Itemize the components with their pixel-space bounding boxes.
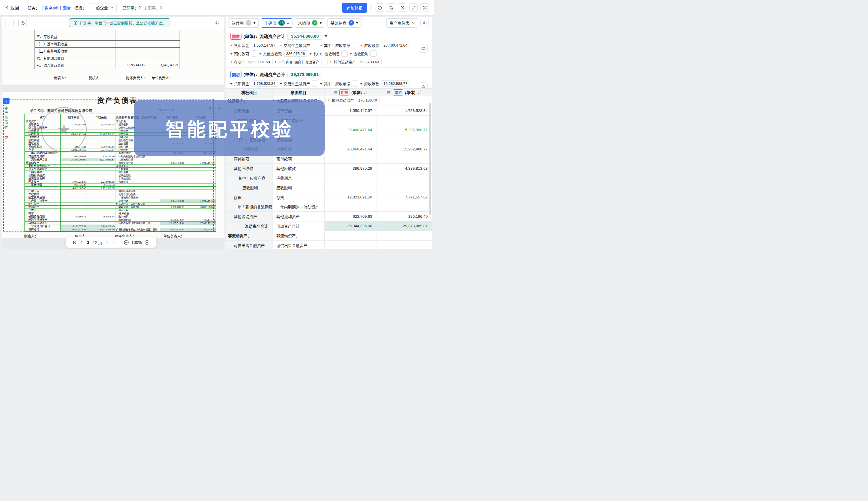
- end-value-cell[interactable]: [325, 173, 376, 183]
- begin-value-cell[interactable]: 29,373,069.81: [376, 222, 432, 231]
- term-value-box[interactable]: [370, 50, 377, 57]
- end-value-cell[interactable]: [325, 202, 376, 211]
- zoom-in-button[interactable]: [145, 240, 150, 245]
- table-row[interactable]: 流动资产合计流动资产合计35,344,396.0029,373,069.81: [226, 222, 432, 231]
- last-page-button[interactable]: [112, 240, 116, 244]
- template-select[interactable]: 一般企业: [88, 3, 117, 12]
- pan-hand-button[interactable]: [18, 19, 27, 27]
- table-row[interactable]: 应收账款应收账款20,460,471.6415,282,988.77: [226, 145, 432, 154]
- zoom-out-button[interactable]: [124, 240, 129, 245]
- end-value-cell[interactable]: 386,975.26: [325, 164, 376, 173]
- term-value-box[interactable]: 20,460,471.64: [381, 42, 410, 48]
- begin-value-cell[interactable]: [376, 241, 432, 249]
- fullscreen-button[interactable]: [409, 3, 418, 12]
- begin-value-cell[interactable]: [376, 183, 432, 192]
- term-value-box[interactable]: [352, 80, 358, 87]
- begin-value-cell[interactable]: [376, 96, 432, 106]
- back-button[interactable]: 返回: [5, 4, 19, 11]
- pencil-icon[interactable]: [418, 90, 421, 94]
- term-value-box[interactable]: 623,709.63: [358, 59, 381, 65]
- end-value-cell[interactable]: [325, 154, 376, 163]
- table-row[interactable]: 其中：应收利息应收利息: [226, 173, 432, 183]
- term-value-box[interactable]: 1,550,147.97: [251, 42, 278, 48]
- begin-value-cell[interactable]: [376, 154, 432, 163]
- begin-value-cell[interactable]: [376, 116, 432, 125]
- begin-value-cell[interactable]: 170,186.40: [376, 212, 432, 221]
- end-value-cell[interactable]: [325, 135, 376, 144]
- begin-value-cell[interactable]: 7,771,557.67: [376, 192, 432, 202]
- term-value-box[interactable]: [251, 50, 257, 57]
- table-row[interactable]: 应收股利应收股利: [226, 183, 432, 192]
- end-value-cell[interactable]: 12,323,091.50: [325, 192, 376, 202]
- table-row[interactable]: 交易性金融资产交易性金融资产: [226, 116, 432, 125]
- begin-value-cell[interactable]: [376, 135, 432, 144]
- table-row[interactable]: 应收票据及应收账款20,460,471.6415,282,988.77: [226, 125, 432, 135]
- begin-value-cell[interactable]: 15,282,988.77: [376, 145, 432, 153]
- sheet-select[interactable]: 资产负债表: [386, 18, 418, 28]
- term-value-box[interactable]: [312, 80, 318, 87]
- begin-value-cell[interactable]: 4,389,813.63: [376, 164, 432, 173]
- tab-求值项[interactable]: 求值项2: [295, 18, 325, 28]
- add-report-button[interactable]: 追加财报: [342, 3, 367, 13]
- history-button[interactable]: [376, 3, 384, 12]
- term-value-box[interactable]: 1,758,523.34: [251, 80, 278, 87]
- table-row[interactable]: 预付款项预付款项: [226, 154, 432, 164]
- formula-total[interactable]: 35,344,396.00: [287, 32, 322, 40]
- term-value-box[interactable]: [341, 50, 348, 57]
- table-row[interactable]: 其中：应收票据应收票据: [226, 135, 432, 145]
- term-value-box[interactable]: 386,975.26: [283, 50, 307, 57]
- drag-handle-icon[interactable]: [215, 133, 218, 139]
- task-mode-link[interactable]: 混合: [63, 5, 71, 11]
- term-value-box[interactable]: [321, 59, 327, 65]
- tab-基础信息[interactable]: 基础信息5: [327, 18, 362, 28]
- document-viewport[interactable]: 五、每股收益：（一）基本每股收益（二）稀释每股收益六、其他综合收益七、综合收益总…: [2, 29, 224, 249]
- table-row[interactable]: 可供出售金融资产可供出售金融资产: [226, 241, 432, 249]
- sheet-selection-label[interactable]: 资产负债表: [3, 106, 9, 129]
- end-value-cell[interactable]: [325, 116, 376, 125]
- doc-settings-button[interactable]: [213, 19, 221, 27]
- export-button[interactable]: [398, 3, 406, 12]
- task-name-link[interactable]: 非数字pdf: [41, 5, 58, 11]
- term-value-box[interactable]: 15,282,988.77: [381, 80, 410, 87]
- current-page[interactable]: 2: [87, 240, 89, 245]
- table-row[interactable]: 存货存货12,323,091.507,771,557.67: [226, 192, 432, 202]
- end-value-cell[interactable]: 20,460,471.64: [325, 145, 376, 153]
- next-page-button[interactable]: [105, 240, 109, 244]
- vertical-scrollbar[interactable]: [429, 103, 431, 215]
- begin-value-cell[interactable]: [376, 231, 432, 240]
- term-value-box[interactable]: [352, 42, 358, 48]
- prev-page-button[interactable]: [80, 240, 84, 244]
- end-value-cell[interactable]: 20,460,471.64: [325, 125, 376, 134]
- sheet-selection-badge[interactable]: 2: [3, 98, 10, 104]
- refresh-button[interactable]: [387, 3, 395, 12]
- end-value-cell[interactable]: [325, 96, 376, 106]
- term-value-box[interactable]: [312, 42, 318, 48]
- table-row[interactable]: 货币资金货币资金1,550,147.971,758,523.34: [226, 106, 432, 115]
- review-settings-button[interactable]: [420, 19, 429, 27]
- list-icon[interactable]: [387, 90, 391, 94]
- table-row[interactable]: 非流动资产：非流动资产：: [226, 231, 432, 241]
- end-value-cell[interactable]: 1,550,147.97: [325, 106, 376, 115]
- end-value-cell[interactable]: [325, 183, 376, 192]
- list-icon[interactable]: [333, 90, 337, 94]
- table-row[interactable]: 其他应收款其他应收款386,975.264,389,813.63: [226, 164, 432, 173]
- outline-toggle-button[interactable]: [5, 19, 13, 27]
- first-page-button[interactable]: [73, 240, 77, 244]
- preview-eye-button[interactable]: [419, 44, 428, 53]
- tab-错误项[interactable]: 错误项0: [229, 18, 259, 28]
- end-value-cell[interactable]: [325, 241, 376, 249]
- begin-value-cell[interactable]: 1,758,523.34: [376, 106, 432, 115]
- trash-icon[interactable]: [4, 135, 9, 140]
- end-value-cell[interactable]: 35,344,396.00: [325, 222, 376, 231]
- end-value-cell[interactable]: [325, 231, 376, 240]
- begin-value-cell[interactable]: 15,282,988.77: [376, 125, 432, 134]
- formula-total[interactable]: 29,373,069.81: [287, 71, 322, 78]
- begin-value-cell[interactable]: [376, 202, 432, 211]
- term-value-box[interactable]: 12,323,091.50: [243, 59, 273, 65]
- table-row[interactable]: 其他流动资产其他流动资产623,709.63170,186.40: [226, 212, 432, 221]
- tab-正确项[interactable]: 正确项16: [261, 18, 292, 28]
- end-value-cell[interactable]: 623,709.63: [325, 212, 376, 221]
- begin-value-cell[interactable]: [376, 173, 432, 183]
- pencil-icon[interactable]: [364, 90, 367, 94]
- table-row[interactable]: 一年内到期的非流动资产一年内到期的非流动资产: [226, 202, 432, 212]
